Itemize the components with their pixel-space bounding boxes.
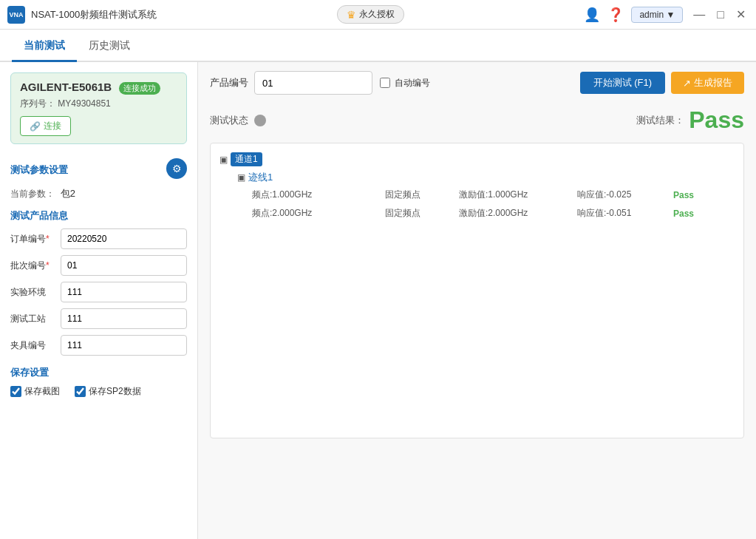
trace-children: ▣ 迹线1 频点:1.000GHz 固定频点 激励值:1.000GHz 响应值:… bbox=[234, 168, 738, 224]
tree-panel: ▣ 通道1 ▣ 迹线1 频点:1.000GHz 固 bbox=[210, 143, 744, 438]
generate-report-button[interactable]: ↗ 生成报告 bbox=[671, 72, 744, 94]
start-test-button[interactable]: 开始测试 (F1) bbox=[580, 72, 665, 94]
device-card: AGILENT-E5061B 连接成功 序列号： MY49304851 🔗 连接 bbox=[10, 72, 187, 144]
license-button[interactable]: ♛ 永久授权 bbox=[337, 5, 404, 24]
connect-button[interactable]: 🔗 连接 bbox=[20, 116, 71, 136]
product-num-group: 产品编号 bbox=[210, 71, 372, 95]
data-row-1-result: Pass bbox=[673, 190, 694, 200]
data-rows: 频点:1.000GHz 固定频点 激励值:1.000GHz 响应值:-0.025… bbox=[252, 186, 738, 223]
auto-num-checkbox[interactable] bbox=[380, 78, 390, 88]
app-logo: VNA bbox=[7, 6, 25, 24]
window-controls: — □ ✕ bbox=[690, 7, 749, 21]
test-result-label: 测试结果： bbox=[636, 114, 684, 127]
device-name-row: AGILENT-E5061B 连接成功 bbox=[20, 81, 177, 95]
action-buttons: 开始测试 (F1) ↗ 生成报告 bbox=[580, 72, 744, 94]
channel-node: ▣ 通道1 ▣ 迹线1 频点:1.000GHz 固 bbox=[217, 149, 738, 226]
data-row-1: 频点:1.000GHz 固定频点 激励值:1.000GHz 响应值:-0.025… bbox=[252, 186, 738, 204]
link-icon: 🔗 bbox=[30, 121, 41, 132]
title-bar-left: VNA NSAT-1000射频组件测试系统 bbox=[7, 6, 157, 24]
params-section-header: 测试参数设置 bbox=[10, 163, 68, 177]
trace-row: ▣ 迹线1 bbox=[234, 169, 738, 186]
crown-icon: ♛ bbox=[347, 9, 356, 21]
minimize-button[interactable]: — bbox=[690, 8, 708, 21]
order-num-label: 订单编号* bbox=[10, 233, 61, 245]
title-bar: VNA NSAT-1000射频组件测试系统 ♛ 永久授权 👤 ❓ admin ▼… bbox=[0, 0, 756, 30]
order-num-row: 订单编号* bbox=[10, 228, 187, 249]
save-sp2-label: 保存SP2数据 bbox=[89, 385, 141, 398]
data-row-2: 频点:2.000GHz 固定频点 激励值:2.000GHz 响应值:-0.051… bbox=[252, 204, 738, 223]
fixture-input[interactable] bbox=[61, 335, 187, 356]
data-row-2-result: Pass bbox=[673, 209, 694, 219]
save-sp2-row: 保存SP2数据 bbox=[75, 385, 141, 398]
channel-toggle[interactable]: ▣ bbox=[219, 155, 228, 165]
report-icon: ↗ bbox=[683, 78, 691, 89]
env-row: 实验环境 bbox=[10, 282, 187, 302]
data-row-1-excitation: 激励值:1.000GHz bbox=[459, 189, 577, 201]
auto-num-label: 自动编号 bbox=[395, 77, 430, 89]
test-status-bar: 测试状态 测试结果： Pass bbox=[210, 104, 744, 137]
title-bar-center: ♛ 永久授权 bbox=[337, 5, 404, 24]
tab-history-test[interactable]: 历史测试 bbox=[77, 32, 142, 62]
device-serial: 序列号： MY49304851 bbox=[20, 98, 177, 110]
env-input[interactable] bbox=[61, 282, 187, 302]
fixture-row: 夹具编号 bbox=[10, 335, 187, 356]
save-capture-checkbox[interactable] bbox=[10, 386, 21, 397]
data-row-1-response: 响应值:-0.025 bbox=[577, 189, 666, 201]
close-button[interactable]: ✕ bbox=[733, 7, 749, 21]
user-icon[interactable]: 👤 bbox=[584, 7, 600, 23]
env-label: 实验环境 bbox=[10, 286, 61, 299]
data-row-1-type: 固定频点 bbox=[385, 189, 459, 201]
batch-num-label: 批次编号* bbox=[10, 260, 61, 272]
trace-node: ▣ 迹线1 频点:1.000GHz 固定频点 激励值:1.000GHz 响应值:… bbox=[234, 168, 738, 224]
auto-num-group: 自动编号 bbox=[380, 77, 430, 89]
save-sp2-checkbox[interactable] bbox=[75, 386, 86, 397]
test-result-right: 测试结果： Pass bbox=[636, 106, 744, 134]
test-status-label: 测试状态 bbox=[210, 114, 248, 127]
test-result-value: Pass bbox=[689, 106, 744, 134]
title-bar-right: 👤 ❓ admin ▼ — □ ✕ bbox=[584, 7, 749, 23]
content-top-bar: 产品编号 自动编号 开始测试 (F1) ↗ 生成报告 bbox=[210, 71, 744, 95]
tab-current-test[interactable]: 当前测试 bbox=[12, 32, 77, 62]
test-status-left: 测试状态 bbox=[210, 114, 266, 127]
device-status-badge: 连接成功 bbox=[119, 82, 160, 95]
data-row-1-freq: 频点:1.000GHz bbox=[252, 189, 385, 201]
product-num-label: 产品编号 bbox=[210, 76, 248, 89]
help-icon[interactable]: ❓ bbox=[607, 7, 624, 23]
station-input[interactable] bbox=[61, 308, 187, 329]
channel-row: ▣ 通道1 bbox=[217, 151, 738, 168]
save-settings-section: 保存设置 保存截图 保存SP2数据 bbox=[10, 366, 187, 401]
data-row-2-freq: 频点:2.000GHz bbox=[252, 207, 385, 220]
station-row: 测试工站 bbox=[10, 308, 187, 329]
gear-button[interactable]: ⚙ bbox=[166, 158, 187, 179]
save-section-header: 保存设置 bbox=[10, 366, 187, 379]
app-title: NSAT-1000射频组件测试系统 bbox=[31, 8, 157, 21]
batch-num-row: 批次编号* bbox=[10, 255, 187, 276]
sidebar: AGILENT-E5061B 连接成功 序列号： MY49304851 🔗 连接… bbox=[0, 62, 198, 539]
device-name: AGILENT-E5061B bbox=[20, 81, 112, 93]
save-capture-label: 保存截图 bbox=[24, 385, 60, 398]
nav-tabs: 当前测试 历史测试 bbox=[0, 30, 756, 62]
product-info-header: 测试产品信息 bbox=[10, 209, 187, 223]
fixture-label: 夹具编号 bbox=[10, 339, 61, 352]
trace-label: 迹线1 bbox=[248, 171, 273, 184]
admin-button[interactable]: admin ▼ bbox=[631, 7, 683, 23]
main-layout: AGILENT-E5061B 连接成功 序列号： MY49304851 🔗 连接… bbox=[0, 62, 756, 539]
data-row-2-type: 固定频点 bbox=[385, 207, 459, 220]
channel-label: 通道1 bbox=[231, 152, 262, 166]
product-num-input[interactable] bbox=[254, 71, 372, 95]
data-row-2-response: 响应值:-0.051 bbox=[577, 207, 666, 220]
trace-toggle[interactable]: ▣ bbox=[237, 172, 245, 183]
status-dot-indicator bbox=[254, 115, 266, 126]
batch-num-input[interactable] bbox=[61, 255, 187, 276]
current-params-row: 当前参数： 包2 bbox=[10, 187, 187, 200]
data-row-2-excitation: 激励值:2.000GHz bbox=[459, 207, 577, 220]
station-label: 测试工站 bbox=[10, 313, 61, 325]
order-num-input[interactable] bbox=[61, 228, 187, 249]
maximize-button[interactable]: □ bbox=[714, 8, 727, 21]
save-capture-row: 保存截图 bbox=[10, 385, 60, 398]
content-area: 产品编号 自动编号 开始测试 (F1) ↗ 生成报告 测试状态 bbox=[198, 62, 756, 539]
params-section: 测试参数设置 ⚙ bbox=[10, 155, 187, 183]
